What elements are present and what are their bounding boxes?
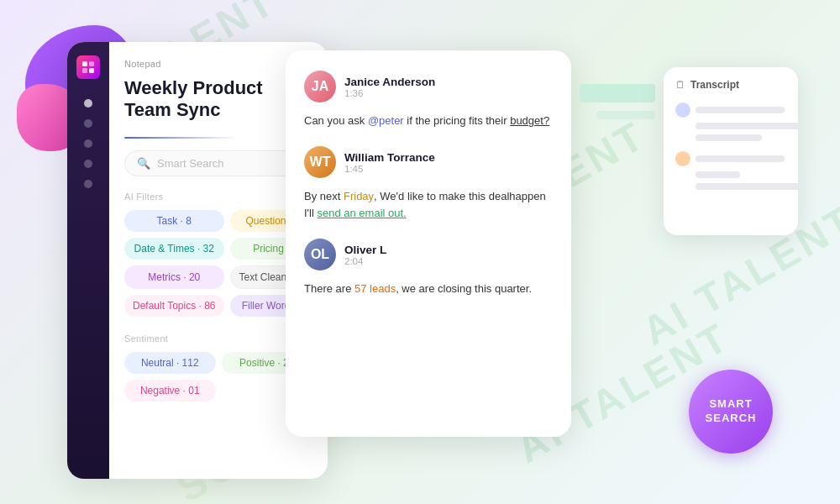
transcript-bar-4 (696, 155, 785, 162)
chat-card: JA Janice Anderson 1:36 Can you ask @pet… (286, 50, 571, 437)
svg-rect-0 (82, 61, 87, 66)
sidebar-nav-dot-5[interactable] (84, 180, 92, 188)
message-meta-1: Janice Anderson 1:36 (344, 76, 435, 98)
mention-peter: @peter (368, 114, 404, 127)
notepad-divider (124, 137, 237, 139)
green-accent-rect-1 (580, 84, 655, 102)
notepad-label: Notepad (124, 59, 312, 69)
message-header-1: JA Janice Anderson 1:36 (304, 71, 553, 102)
transcript-header: 🗒 Transcript (675, 79, 786, 91)
chat-message-1: JA Janice Anderson 1:36 Can you ask @pet… (304, 71, 553, 129)
transcript-row-2 (675, 151, 786, 166)
transcript-bar-5 (696, 171, 740, 178)
message-meta-3: Oliver L 2:04 (344, 244, 386, 266)
avatar-william: WT (304, 146, 336, 178)
smart-search-bar[interactable]: 🔍 Smart Search (124, 150, 312, 176)
message-time-william: 1:45 (344, 164, 435, 174)
sidebar-nav-dot-2[interactable] (84, 119, 92, 128)
notepad-title: Weekly Product Team Sync (124, 77, 312, 122)
search-placeholder: Smart Search (157, 157, 223, 170)
ai-filters-label: AI Filters (124, 192, 312, 202)
app-logo[interactable] (76, 55, 100, 79)
smart-search-badge: SMART SEARCH (689, 370, 773, 454)
link-budget[interactable]: budget? (510, 114, 549, 127)
smart-search-line1: SMART (709, 397, 752, 412)
filter-chip-defaulttopics[interactable]: Default Topics · 86 (124, 295, 224, 317)
svg-rect-2 (82, 68, 87, 73)
message-body-oliver: There are 57 leads, we are closing this … (304, 281, 553, 297)
message-time-oliver: 2:04 (344, 256, 386, 266)
transcript-row-1 (675, 102, 786, 118)
transcript-bars (675, 102, 786, 190)
transcript-icon: 🗒 (675, 79, 685, 91)
link-email[interactable]: send an email out. (317, 207, 406, 219)
sidebar-nav-dot-1[interactable] (84, 99, 92, 108)
transcript-avatar-1 (675, 102, 690, 118)
transcript-bar-2 (696, 123, 801, 129)
filter-grid: Task · 8 Questions · 12 Date & Times · 3… (124, 210, 312, 317)
message-name-oliver: Oliver L (344, 244, 386, 256)
sidebar-nav-dot-4[interactable] (84, 160, 92, 168)
chat-message-2: WT William Torrance 1:45 By next Friday,… (304, 146, 553, 222)
message-name-janice: Janice Anderson (344, 76, 435, 88)
sentiment-chip-negative[interactable]: Negative · 01 (124, 380, 216, 402)
search-icon: 🔍 (137, 157, 150, 170)
sentiment-chip-neutral[interactable]: Neutral · 112 (124, 352, 216, 374)
message-header-3: OL Oliver L 2:04 (304, 239, 553, 270)
smart-search-line2: SEARCH (706, 412, 757, 426)
transcript-label: Transcript (690, 79, 739, 91)
transcript-bar-1 (696, 107, 785, 113)
sidebar-nav-dot-3[interactable] (84, 139, 92, 148)
message-time-janice: 1:36 (344, 88, 435, 98)
sentiment-section: Sentiment Neutral · 112 Positive · 22 Ne… (124, 333, 312, 415)
avatar-oliver: OL (304, 239, 336, 270)
message-body-william: By next Friday, We'd like to make this d… (304, 188, 553, 222)
highlight-leads: 57 leads (354, 282, 396, 295)
filter-chip-datetime[interactable]: Date & Times · 32 (124, 238, 224, 260)
filter-chip-metrics[interactable]: Metrics · 20 (124, 265, 224, 289)
chat-message-3: OL Oliver L 2:04 There are 57 leads, we … (304, 239, 553, 297)
transcript-bar-3 (696, 134, 762, 141)
highlight-friday: Friday (344, 190, 374, 202)
transcript-bar-6 (696, 183, 801, 190)
svg-rect-3 (89, 68, 94, 73)
notepad-sidebar (67, 42, 109, 479)
avatar-janice: JA (304, 71, 336, 102)
green-accent-rect-2 (596, 111, 655, 119)
sentiment-label: Sentiment (124, 333, 312, 344)
message-meta-2: William Torrance 1:45 (344, 151, 435, 174)
transcript-avatar-2 (675, 151, 690, 166)
message-header-2: WT William Torrance 1:45 (304, 146, 553, 178)
sentiment-filter-grid: Neutral · 112 Positive · 22 Negative · 0… (124, 352, 312, 402)
svg-rect-1 (89, 61, 94, 66)
message-body-janice: Can you ask @peter if the pricing fits t… (304, 113, 553, 129)
message-name-william: William Torrance (344, 151, 435, 164)
transcript-card: 🗒 Transcript (664, 67, 798, 235)
filter-chip-task[interactable]: Task · 8 (124, 210, 224, 232)
